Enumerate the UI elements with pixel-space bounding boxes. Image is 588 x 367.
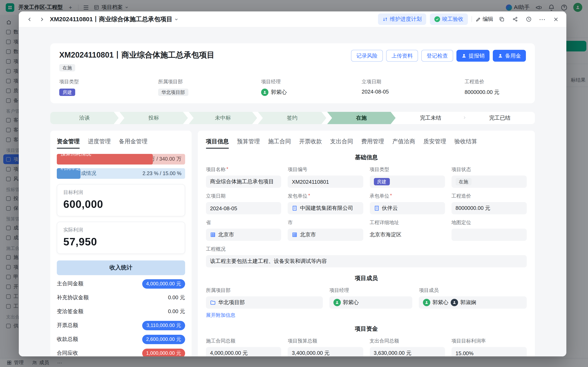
actions-divider [472, 16, 472, 22]
field-label: 项目类型 [59, 78, 158, 85]
tab-acceptance-settlement[interactable]: 验收结算 [454, 135, 477, 149]
row-label: 主合同金额 [57, 280, 83, 287]
stage-item[interactable]: 未中标 [189, 112, 257, 124]
record-risk-button[interactable]: 记录风险 [351, 50, 383, 62]
field-value: 北京市 [300, 231, 316, 238]
tab-petty-cash-management[interactable]: 备用金管理 [119, 135, 147, 149]
tab-expense-contract[interactable]: 支出合同 [330, 135, 353, 149]
clock-icon [526, 16, 532, 22]
stage-item[interactable]: 洽谈 [50, 112, 119, 124]
field-value: 8000000.00 元 [452, 202, 527, 214]
person-icon [498, 53, 503, 58]
edit-label: 编辑 [483, 16, 493, 23]
field-project-overview: 工程概况 该工程主要包括土建工程、设备安装和调试等内容 [206, 246, 527, 267]
field-project-type: 项目类型 房建 [370, 166, 445, 188]
section-title-funds: 项目资金 [206, 325, 527, 333]
target-profit-card: 目标利润 600,000 [57, 184, 185, 216]
tab-quality-safety[interactable]: 质安管理 [423, 135, 446, 149]
completion-acceptance-button[interactable]: 竣工验收 [430, 14, 468, 25]
more-button[interactable]: ⋯ [537, 14, 547, 24]
finance-row-received-total: 收款总额 2,600,000.00 元 [57, 332, 185, 346]
field-value: 该工程主要包括土建工程、设备安装和调试等内容 [206, 255, 527, 267]
field-construction-contract-total: 施工合同总额 4,000,000.00 元 [206, 338, 281, 356]
forward-button[interactable] [37, 14, 47, 24]
income-statistics-button[interactable]: 收入统计 [57, 260, 185, 275]
section-title-members: 项目成员 [206, 275, 527, 282]
tab-funds-management[interactable]: 资金管理 [57, 135, 80, 149]
tab-progress-management[interactable]: 进度管理 [88, 135, 111, 149]
avatar [423, 299, 430, 306]
finance-row-change-sign: 变洽签金额 0.00 元 [57, 305, 185, 318]
copy-button[interactable] [497, 14, 507, 24]
stage-item[interactable]: 签约 [258, 112, 326, 124]
hero-field-manager: 项目经理 郭紫心 [261, 78, 362, 96]
row-label: 开票总额 [57, 322, 78, 329]
share-button[interactable] [510, 14, 520, 24]
close-button[interactable] [551, 14, 561, 24]
field-value: 4,000,000.00 元 [206, 347, 281, 356]
tab-project-info[interactable]: 项目信息 [206, 135, 229, 149]
maintain-schedule-label: 维护进度计划 [390, 16, 422, 23]
status-badge: 在施 [59, 64, 75, 71]
field-label: 项目经理 [261, 78, 362, 85]
stage-item[interactable]: 投标 [119, 112, 188, 124]
row-value-pill: 2,600,000.00 元 [142, 334, 185, 344]
tab-cost-management[interactable]: 费用管理 [361, 135, 384, 149]
stage-item[interactable]: 完工未结 [396, 112, 465, 124]
status-tag: 在施 [456, 178, 472, 185]
edit-button[interactable]: 编辑 [476, 16, 493, 23]
member-name: 郭淑娴 [460, 299, 476, 306]
row-value-pill: 4,000,000.00 元 [142, 279, 185, 288]
field-value-empty [452, 229, 527, 241]
chevron-down-icon [174, 17, 179, 21]
required-mark: * [308, 193, 310, 200]
field-department: 所属项目部 华北项目部 展开附加信息 [206, 287, 323, 319]
start-date-value: 2024-08-05 [362, 89, 465, 95]
hero-field-project-type: 项目类型 房建 [59, 78, 158, 96]
profit-bar-value: 2.23 % / 15.00 % [143, 171, 181, 176]
section-title-basic-info: 基础信息 [206, 154, 527, 161]
field-project-name: 项目名称* 商业综合体施工总承包项目 [206, 166, 281, 188]
history-button[interactable] [524, 14, 534, 24]
tab-construction-contract[interactable]: 施工合同 [268, 135, 291, 149]
project-cost-value: 8000000.00 元 [465, 89, 526, 96]
field-value: 北京市 [218, 231, 234, 238]
maintain-schedule-button[interactable]: 维护进度计划 [378, 14, 426, 25]
project-summary-card: XM2024110801丨商业综合体施工总承包项目 在施 记录风险 上传资料 登… [50, 43, 535, 103]
hero-field-project-cost: 工程造价 8000000.00 元 [465, 78, 526, 96]
tab-invoice-receipt[interactable]: 开票收款 [299, 135, 322, 149]
stage-item-current[interactable]: 在施 [327, 112, 396, 124]
budget-consumption-bar: 预算消耗情况 254.20 万 / 340.00 万 预算消耗情况 254.20… [57, 154, 185, 165]
field-value: 郭紫心 [343, 299, 359, 306]
stage-item[interactable]: 完工已结 [466, 112, 534, 124]
finance-row-supplement: 补充协议金额 0.00 元 [57, 291, 185, 305]
field-project-code: 项目编号 XM2024110801 [288, 166, 363, 188]
upload-files-button[interactable]: 上传资料 [386, 50, 418, 62]
expand-extra-info-link[interactable]: 展开附加信息 [206, 312, 235, 319]
field-value: 北京市海淀区 [370, 229, 445, 241]
actual-profit-value: 57,950 [63, 235, 179, 248]
stage-flow: 洽谈 投标 未中标 签约 在施 完工未结 完工已结 › [50, 112, 535, 124]
field-owner-company: 发包单位* 中国建筑集团有限公司 [288, 193, 363, 214]
modal-body: XM2024110801丨商业综合体施工总承包项目 在施 记录风险 上传资料 登… [19, 27, 566, 356]
back-button[interactable] [25, 14, 34, 24]
building-icon [374, 205, 379, 211]
field-province: 省 北京市 [206, 219, 281, 241]
department-tag: 华北项目部 [158, 89, 188, 96]
submit-expense-label: 提报销 [469, 52, 485, 59]
modal-title-dropdown[interactable]: XM2024110801丨商业综合体施工总承包项目 [50, 15, 179, 23]
field-map-location: 地图定位 [452, 219, 527, 241]
project-type-tag: 房建 [59, 89, 75, 96]
register-check-button[interactable]: 登记检查 [421, 50, 453, 62]
petty-cash-label: 备用金 [505, 52, 521, 59]
submit-expense-button[interactable]: 提报销 [456, 50, 490, 62]
field-project-cost: 工程造价 8000000.00 元 [452, 193, 527, 214]
field-value: 商业综合体施工总承包项目 [206, 175, 281, 188]
tab-output-negotiation[interactable]: 产值洽商 [392, 135, 415, 149]
tab-budget-management[interactable]: 预算管理 [237, 135, 260, 149]
row-value: 0.00 元 [168, 294, 185, 301]
folder-icon [210, 300, 216, 305]
actual-profit-label: 实际利润 [63, 226, 179, 234]
completion-acceptance-label: 竣工验收 [442, 16, 463, 23]
petty-cash-button[interactable]: 备用金 [493, 50, 526, 62]
